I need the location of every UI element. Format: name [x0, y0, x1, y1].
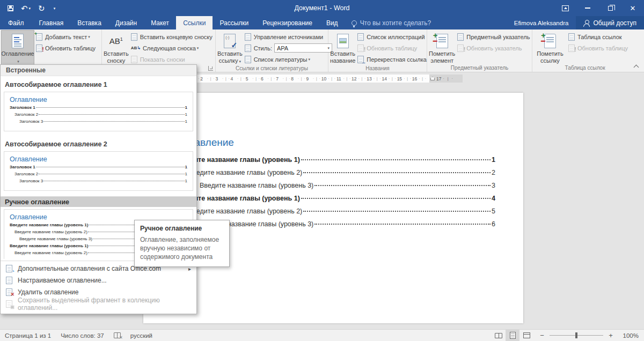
- cross-reference-button[interactable]: Перекрестная ссылка: [355, 54, 429, 65]
- ruler-number: 13: [367, 75, 382, 83]
- insert-footnote-icon: AB1: [108, 33, 124, 49]
- preview-toc-line: Заголовок 31: [10, 179, 187, 186]
- proofing-status[interactable]: [109, 330, 126, 341]
- insert-footnote-button[interactable]: AB1 Вставить сноску: [104, 31, 129, 65]
- toc-entry: Введите название главы (уровень 2) 5: [177, 207, 495, 220]
- manage-sources-icon: [245, 33, 251, 41]
- zoom-in-button[interactable]: +: [608, 331, 614, 339]
- table-of-contents-button[interactable]: Оглавление▾: [2, 31, 34, 64]
- insert-citation-button[interactable]: (-)✓ Вставить ссылку▾: [217, 31, 243, 65]
- ribbon-tab[interactable]: Макет: [144, 16, 176, 29]
- web-layout-button[interactable]: [519, 330, 533, 341]
- insert-index-icon: [457, 33, 464, 41]
- menu-command[interactable]: Настраиваемое оглавление...: [1, 275, 196, 286]
- ribbon-tab[interactable]: Вставка: [70, 16, 108, 29]
- ruler-number: 11: [336, 75, 352, 83]
- person-add-icon: [583, 20, 590, 26]
- zoom-out-button[interactable]: −: [539, 331, 545, 339]
- insert-caption-button[interactable]: Вставить название: [330, 31, 355, 65]
- ribbon-group-captions: Вставить название Список иллюстраций Обн…: [328, 29, 427, 72]
- show-notes-button: Показать сноски: [129, 54, 215, 65]
- ruler-number: 7: [276, 75, 291, 83]
- proofing-icon: [114, 332, 121, 338]
- language-indicator[interactable]: русский: [126, 330, 157, 341]
- right-indent-marker-icon[interactable]: [430, 77, 435, 80]
- next-footnote-button[interactable]: AB↳ Следующая сноска▾: [129, 42, 215, 54]
- preview-toc-line: Заголовок 21: [10, 172, 187, 179]
- ribbon-tab[interactable]: Дизайн: [108, 16, 144, 29]
- ribbon-tab[interactable]: Рассылки: [213, 16, 255, 29]
- redo-button[interactable]: ↻: [38, 4, 45, 12]
- authorities-group-label: Таблица ссылок: [532, 64, 638, 72]
- share-button[interactable]: Общий доступ: [576, 16, 644, 29]
- toc-entry: Введите название главы (уровень 2) 2: [177, 169, 495, 182]
- menu-command[interactable]: Сохранить выделенный фрагмент в коллекци…: [1, 298, 196, 310]
- collapse-ribbon-icon[interactable]: [634, 64, 639, 69]
- ribbon-display-options-button[interactable]: [554, 0, 576, 16]
- web-layout-icon: [523, 332, 530, 338]
- update-table-icon: [36, 45, 42, 52]
- toc-gallery-item[interactable]: Автособираемое оглавление 2 Оглавление З…: [1, 136, 196, 195]
- tell-me-box[interactable]: Что вы хотите сделать?: [345, 16, 431, 29]
- title-bar: ↶▾ ↻ ▾ Документ1 - Word ✕: [0, 0, 644, 16]
- preview-toc-line: Заголовок 11: [10, 105, 187, 112]
- insert-table-of-authorities-button[interactable]: Таблица ссылок: [566, 31, 630, 42]
- menu-command-icon: [6, 265, 12, 272]
- mark-citation-button[interactable]: Пометить ссылку: [534, 31, 566, 64]
- undo-dropdown-icon[interactable]: ▾: [29, 6, 31, 10]
- page-indicator[interactable]: Страница 1 из 1: [0, 330, 56, 341]
- tooltip-title: Ручное оглавление: [140, 225, 224, 232]
- word-count[interactable]: Число слов: 37: [56, 330, 109, 341]
- ribbon-tab-row: Файл Главная Вставка Дизайн Макет Ссылки…: [0, 16, 644, 29]
- ribbon-tab[interactable]: Вид: [319, 16, 345, 29]
- zoom-level[interactable]: 100%: [619, 332, 639, 339]
- close-button[interactable]: ✕: [621, 0, 644, 16]
- ruler-last-number: 17: [436, 76, 441, 81]
- ribbon-tab[interactable]: Файл: [0, 16, 32, 29]
- ribbon-display-options-icon: [562, 5, 569, 11]
- manual-toc-item-title[interactable]: Ручное оглавление: [1, 197, 196, 207]
- table-of-figures-button[interactable]: Список иллюстраций: [355, 31, 429, 42]
- next-footnote-icon: AB↳: [131, 46, 141, 50]
- save-button[interactable]: [8, 5, 13, 11]
- toc-page-number: 1: [492, 156, 495, 164]
- manage-sources-button[interactable]: Управление источниками: [243, 31, 334, 42]
- minimize-button[interactable]: [576, 0, 599, 16]
- insert-endnote-button[interactable]: Вставить концевую сноску: [129, 31, 215, 42]
- toc-gallery-item[interactable]: Автособираемое оглавление 1 Оглавление З…: [1, 76, 196, 136]
- bibliography-button[interactable]: Список литературы▾: [243, 54, 334, 65]
- update-table-button[interactable]: Обновить таблицу: [34, 42, 98, 54]
- table-of-figures-icon: [357, 33, 364, 41]
- customize-qat-button[interactable]: ▾: [54, 6, 56, 10]
- style-combobox[interactable]: APA ▾: [274, 43, 332, 53]
- bibliography-style-row: Стиль: APA ▾: [243, 42, 334, 54]
- horizontal-ruler[interactable]: 17 · | · 1 2 3 4 5 6 7 8 9 10: [182, 75, 463, 83]
- zoom-slider-thumb[interactable]: [575, 332, 577, 338]
- builtin-section-header: Встроенные: [1, 65, 196, 76]
- index-group-label: Предметный указатель: [427, 64, 532, 72]
- toc-dropdown-menu: Встроенные Автособираемое оглавление 1 О…: [0, 64, 197, 314]
- account-name[interactable]: Efimova Aleksandra: [507, 16, 576, 29]
- document-page[interactable]: Оглавление Введите название главы (урове…: [143, 93, 523, 323]
- mark-entry-button[interactable]: Пометить элемент: [429, 31, 455, 64]
- zoom-slider[interactable]: [550, 335, 603, 336]
- read-mode-icon: [495, 333, 502, 338]
- insert-caption-icon: [335, 33, 351, 49]
- insert-index-button[interactable]: Предметный указатель: [455, 31, 532, 42]
- ribbon-group-citations: (-)✓ Вставить ссылку▾ Управление источни…: [216, 29, 328, 72]
- ribbon-tab[interactable]: Ссылки: [176, 16, 213, 29]
- ribbon-tab[interactable]: Главная: [32, 16, 71, 29]
- ruler-right-margin: 17 · | ·: [429, 75, 463, 83]
- save-icon: [8, 5, 13, 11]
- print-layout-button[interactable]: [506, 330, 519, 341]
- undo-icon: ↶: [21, 4, 28, 12]
- footnotes-dialog-launcher-icon[interactable]: [208, 66, 213, 71]
- add-text-button[interactable]: Добавить текст▾: [34, 31, 98, 42]
- ribbon-tab[interactable]: Рецензирование: [255, 16, 319, 29]
- restore-button[interactable]: [599, 0, 621, 16]
- undo-button[interactable]: ↶▾: [21, 4, 31, 12]
- read-mode-button[interactable]: [492, 330, 506, 341]
- tooltip-body: Оглавление, заполняемое вручную независи…: [140, 235, 224, 262]
- preview-toc-line: Заголовок 11: [10, 165, 187, 172]
- update-authorities-table-icon: [568, 45, 575, 52]
